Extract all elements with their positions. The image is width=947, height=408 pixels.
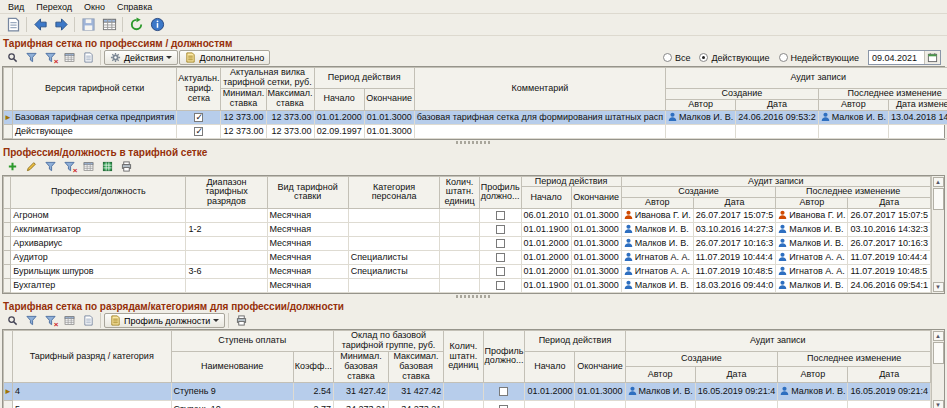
cell-c_date[interactable]: 24.06.2016 09:53:2 [736,110,819,124]
cell-profile[interactable] [483,401,525,408]
cell-min[interactable]: 12 373.00 [221,110,266,124]
cell-m_author[interactable] [818,124,888,138]
cell-version[interactable]: Действующее [12,124,176,138]
filter-clear-button[interactable]: × [41,50,59,65]
col-comment[interactable]: Комментарий [414,68,665,111]
cell-qty[interactable] [440,209,479,223]
col-profile[interactable]: Профиль должно... [479,176,521,209]
col-end[interactable]: Окончание [575,352,625,383]
col-create-date[interactable]: Дата [736,99,819,110]
checkbox[interactable] [194,127,203,136]
print-button[interactable] [117,159,135,174]
col-end[interactable]: Окончание [364,88,414,110]
cell-qty[interactable] [440,265,479,279]
cell-start[interactable]: 02.09.1997 [314,124,364,138]
cell-m_date[interactable] [848,401,931,408]
cell-c_author[interactable]: Иванова Г. И. [621,209,693,223]
cell-c_author[interactable] [625,401,695,408]
cell-rate_type[interactable]: Месячная [267,265,348,279]
excel-export-button[interactable] [98,159,116,174]
cell-c_date[interactable] [736,124,819,138]
table-row[interactable]: АудиторМесячнаяСпециалисты01.01.200001.0… [4,251,931,265]
col-modify-author[interactable]: Автор [818,99,888,110]
table-row[interactable]: Действующее12 373.0012 373.0002.09.19970… [4,124,947,138]
cell-c_author[interactable]: Малков И. В. [625,382,695,400]
table-row[interactable]: Акклиматизатор1-2Месячная01.01.190001.01… [4,223,931,237]
cell-name[interactable]: Агроном [11,209,186,223]
table-row[interactable]: Бурильщик шпуров3-6МесячнаяСпециалисты01… [4,265,931,279]
scroll-down-icon[interactable]: ▼ [933,282,944,292]
cell-profile[interactable] [479,251,521,265]
cell-category[interactable] [348,209,440,223]
checkbox[interactable] [496,281,505,290]
cell-min[interactable]: 12 373.00 [221,124,266,138]
cell-rate_type[interactable]: Месячная [267,237,348,251]
table-row[interactable]: АрхивариусМесячная01.01.200001.01.3000Ма… [4,237,931,251]
find-button[interactable] [3,50,21,65]
cell-m_date[interactable] [888,124,947,138]
cell-grade[interactable]: 5 [12,401,171,408]
date-value[interactable]: 09.04.2021 [869,53,924,63]
col-max-rate[interactable]: Максимал. ставка [266,88,314,110]
radio-inactive[interactable]: Недействующие [779,53,859,63]
cell-m_date[interactable]: 26.07.2017 15:07:5 [848,209,931,223]
menu-help[interactable]: Справка [111,2,158,12]
date-field[interactable]: 09.04.2021 [868,50,941,65]
back-button[interactable] [30,15,50,34]
cell-start[interactable] [525,401,575,408]
cell-name[interactable]: Бурильщик шпуров [11,265,186,279]
col-modify-date[interactable]: Дата [848,367,931,382]
col-start[interactable]: Начало [525,352,575,383]
cell-end[interactable]: 01.01.3000 [571,237,621,251]
scroll-up-icon[interactable]: ▲ [933,331,944,341]
document-button[interactable] [79,50,97,65]
cell-range[interactable] [186,209,267,223]
cell-min[interactable]: 31 427.42 [333,382,388,400]
cell-category[interactable] [348,223,440,237]
cell-m_author[interactable]: Иванова Г. И. [776,209,848,223]
col-min-base[interactable]: Минимал. базовая ставка [333,352,388,383]
save-button[interactable] [78,15,98,34]
col-modify-date[interactable]: Дата изменения [888,99,947,110]
cell-c_date[interactable]: 18.03.2016 09:44:0 [693,279,776,293]
print-button[interactable] [232,313,250,328]
cell-m_author[interactable] [778,401,848,408]
cell-end[interactable]: 01.01.3000 [364,124,414,138]
cell-m_author[interactable]: Малков И. В. [818,110,888,124]
cell-comment[interactable] [414,124,665,138]
cell-c_author[interactable]: Малков И. В. [621,237,693,251]
cell-end[interactable]: 01.01.3000 [571,209,621,223]
table-row[interactable]: ►Базовая тарифная сетка предприятия12 37… [4,110,947,124]
cell-start[interactable]: 01.01.1900 [521,279,571,293]
cell-m_date[interactable]: 13.04.2018 14:59:4 [888,110,947,124]
refresh-button[interactable] [126,15,146,34]
cell-m_date[interactable]: 11.07.2019 10:44:4 [848,251,931,265]
col-coeff[interactable]: Коэфф... [293,352,333,383]
cell-end[interactable]: 01.01.3000 [571,265,621,279]
filter-button[interactable] [22,313,40,328]
filter-button[interactable] [22,50,40,65]
cell-step_name[interactable]: Ступень 10 [171,401,293,408]
col-qty[interactable]: Колич. штатн. единиц [440,176,479,209]
cell-max[interactable]: 12 373.00 [266,124,314,138]
cell-c_date[interactable]: 11.07.2019 10:48:5 [693,265,776,279]
table-row[interactable]: ►4Ступень 92.5431 427.4231 427.4201.01.2… [4,382,931,400]
cell-category[interactable] [348,279,440,293]
col-profile[interactable]: Профиль должно... [483,331,525,382]
cell-profile[interactable] [479,265,521,279]
grid-view-button[interactable] [99,15,119,34]
checkbox[interactable] [496,253,505,262]
grid-settings-button[interactable] [60,50,78,65]
col-qty[interactable]: Колич. штатн. единиц [444,331,483,382]
cell-m_author[interactable]: Малков И. В. [776,237,848,251]
col-create-author[interactable]: Автор [625,367,695,382]
section3-scrollbar[interactable]: ▲▼ [931,330,944,408]
col-modify-author[interactable]: Автор [778,367,848,382]
radio-all[interactable]: Все [663,53,691,63]
filter-button[interactable] [41,159,59,174]
cell-m_date[interactable]: 16.05.2019 09:21:4 [848,382,931,400]
col-min-rate[interactable]: Минимал. ставка [221,88,266,110]
cell-start[interactable]: 01.01.1900 [521,223,571,237]
cell-max[interactable]: 31 427.42 [388,382,443,400]
checkbox[interactable] [194,113,203,122]
